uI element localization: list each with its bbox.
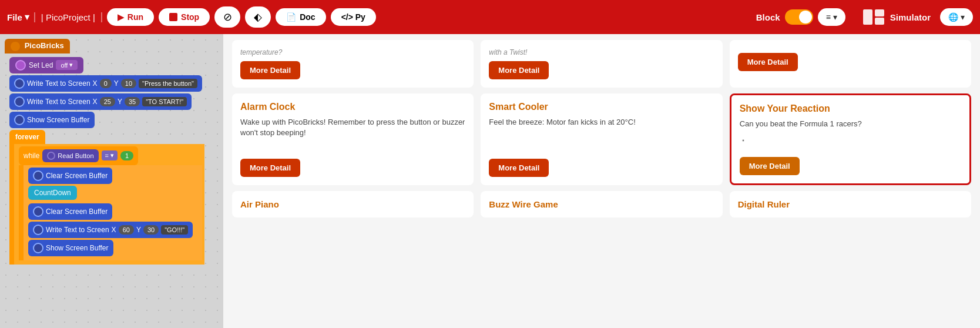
no-connection-button[interactable]: ⊘	[214, 6, 240, 28]
no-connection-icon: ⊘	[223, 11, 232, 24]
chevron-down-icon: ▾	[833, 12, 837, 22]
screen-icon-3	[14, 115, 25, 125]
more-detail-btn-cooler[interactable]: More Detail	[489, 159, 549, 177]
toggle-switch[interactable]	[785, 9, 813, 25]
app-header: File ▾ | PicoProject | ▶ Run Stop ⊘ ⬖ 📄 …	[0, 0, 980, 34]
card-top-2: with a Twist!	[489, 48, 714, 56]
more-detail-btn-1[interactable]: More Detail	[240, 61, 300, 79]
py-label: </> Py	[341, 12, 365, 22]
card-partial-2: with a Twist! More Detail	[481, 40, 722, 88]
clear-screen-block-2[interactable]: Clear Screen Buffer	[28, 203, 200, 220]
read-button-block: Read Button	[42, 149, 98, 162]
forever-block[interactable]: forever while Read Button =	[9, 130, 204, 265]
cursor-indicator: ⬞	[740, 134, 747, 148]
screen-icon-6	[33, 225, 43, 235]
svg-rect-0	[863, 9, 872, 25]
alarm-clock-title: Alarm Clock	[240, 102, 465, 112]
write-text-block-3[interactable]: Write Text to Screen X 60 Y 30 "GO!!!"	[28, 222, 200, 238]
air-piano-title: Air Piano	[240, 199, 465, 209]
screen-icon-2	[14, 96, 25, 107]
globe-icon: 🌐	[948, 12, 958, 22]
show-reaction-title: Show Your Reaction	[740, 103, 961, 114]
led-dropdown[interactable]: off ▾	[56, 60, 78, 70]
more-detail-btn-3[interactable]: More Detail	[738, 53, 798, 71]
show-screen-block[interactable]: Show Screen Buffer	[9, 112, 204, 128]
file-menu[interactable]: File ▾	[7, 12, 29, 22]
cards-row-3: Air Piano Buzz Wire Game Digital Ruler	[232, 191, 971, 217]
set-led-block[interactable]: Set Led off ▾	[9, 57, 204, 73]
code-panel: PicoBricks Set Led off ▾ Write T	[0, 34, 223, 328]
smart-cooler-desc: Feel the breeze: Motor fan kicks in at 2…	[489, 117, 714, 154]
card-smart-cooler: Smart Cooler Feel the breeze: Motor fan …	[481, 93, 722, 185]
doc-button[interactable]: 📄 Doc	[276, 8, 325, 26]
py-button[interactable]: </> Py	[331, 8, 376, 26]
screen-icon-5	[33, 206, 43, 217]
show-reaction-desc: Can you beat the Formula 1 racers?	[740, 119, 961, 129]
chevron-down-icon: ▾	[25, 12, 29, 22]
write-text-block-1[interactable]: Write Text to Screen X 0 Y 10 "Press the…	[9, 75, 204, 92]
smart-cooler-title: Smart Cooler	[489, 102, 714, 112]
simulator-icon	[862, 8, 885, 26]
stop-button[interactable]: Stop	[159, 8, 210, 26]
digital-ruler-title: Digital Ruler	[738, 199, 963, 209]
stop-label: Stop	[181, 12, 199, 22]
more-detail-btn-alarm[interactable]: More Detail	[240, 159, 300, 177]
block-container: PicoBricks Set Led off ▾ Write T	[5, 39, 204, 265]
block-label: Block	[756, 12, 780, 22]
block-toggle[interactable]: Block	[756, 9, 813, 25]
bluetooth-button[interactable]: ⬖	[245, 6, 271, 28]
screen-icon-7	[33, 243, 43, 253]
stop-icon	[169, 13, 177, 21]
write-text-block-2[interactable]: Write Text to Screen X 25 Y 35 "TO START…	[9, 93, 204, 110]
more-detail-btn-reaction[interactable]: More Detail	[740, 157, 800, 175]
cards-panel: temperature? More Detail with a Twist! M…	[223, 34, 980, 328]
doc-icon: 📄	[286, 12, 296, 22]
hamburger-icon: ≡	[826, 12, 831, 22]
run-button[interactable]: ▶ Run	[107, 8, 154, 26]
doc-label: Doc	[300, 12, 315, 22]
file-label: File	[7, 12, 22, 22]
card-top-1: temperature?	[240, 48, 465, 56]
hamburger-button[interactable]: ≡ ▾	[818, 8, 845, 26]
screen-icon-4	[33, 170, 43, 181]
card-digital-ruler: Digital Ruler	[730, 191, 971, 217]
led-icon	[15, 60, 26, 71]
cards-row-1: temperature? More Detail with a Twist! M…	[232, 40, 971, 88]
simulator-section: Simulator	[862, 8, 931, 26]
card-partial-1: temperature? More Detail	[232, 40, 474, 88]
simulator-label: Simulator	[890, 12, 931, 22]
pico-bricks-header: PicoBricks	[5, 39, 70, 53]
while-block[interactable]: while Read Button = ▾ 1	[19, 146, 202, 260]
card-alarm-clock: Alarm Clock Wake up with PicoBricks! Rem…	[232, 93, 474, 185]
card-show-reaction: Show Your Reaction Can you beat the Form…	[730, 93, 971, 185]
buzz-wire-title: Buzz Wire Game	[489, 199, 714, 209]
clear-screen-block-1[interactable]: Clear Screen Buffer	[28, 168, 200, 184]
globe-button[interactable]: 🌐 ▾	[940, 8, 973, 26]
bluetooth-icon: ⬖	[254, 11, 262, 24]
card-partial-3: More Detail	[730, 40, 971, 88]
alarm-clock-desc: Wake up with PicoBricks! Remember to pre…	[240, 117, 465, 154]
run-label: Run	[127, 12, 143, 22]
svg-rect-2	[875, 18, 884, 25]
countdown-block[interactable]: CountDown	[28, 186, 200, 202]
svg-rect-1	[875, 9, 884, 16]
card-air-piano: Air Piano	[232, 191, 474, 217]
screen-icon	[14, 78, 25, 89]
cards-row-2: Alarm Clock Wake up with PicoBricks! Rem…	[232, 93, 971, 185]
show-screen-block-2[interactable]: Show Screen Buffer	[28, 240, 200, 256]
more-detail-btn-2[interactable]: More Detail	[489, 61, 549, 79]
play-icon: ▶	[118, 12, 124, 22]
btn-icon	[47, 152, 55, 160]
main-content: PicoBricks Set Led off ▾ Write T	[0, 34, 980, 328]
project-label: | PicoProject |	[34, 12, 102, 22]
toggle-knob	[799, 11, 812, 24]
chevron-down-icon: ▾	[961, 12, 965, 22]
card-buzz-wire: Buzz Wire Game	[481, 191, 722, 217]
